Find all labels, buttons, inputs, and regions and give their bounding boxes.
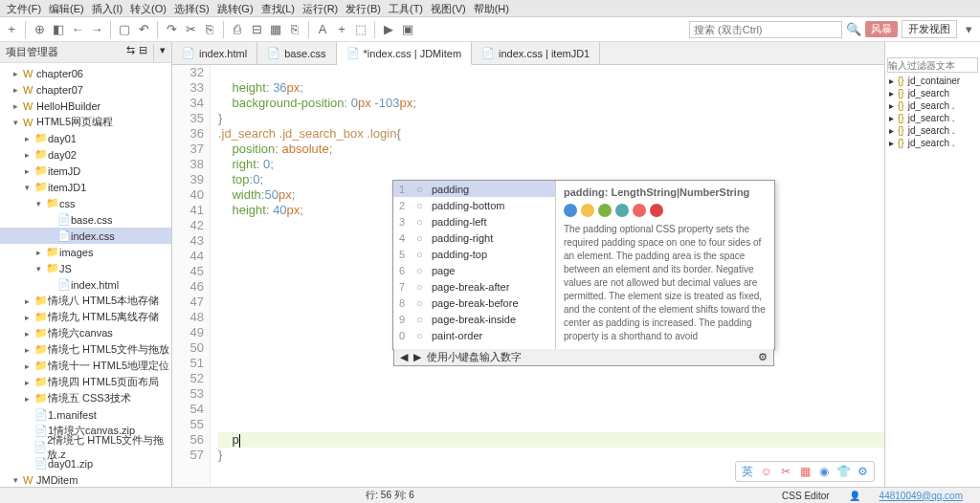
outline-item[interactable]: ▸{}jd_container	[885, 75, 980, 87]
menu-item[interactable]: 视图(V)	[428, 2, 469, 14]
editor-tab[interactable]: 📄*index.css | JDMitem	[337, 42, 473, 65]
outline-list: ▸{}jd_container▸{}jd_search▸{}jd_search …	[885, 75, 980, 149]
float-icon-1[interactable]: ☺	[759, 464, 774, 479]
tree-item[interactable]: ▸📁情境九 HTML5离线存储	[0, 309, 171, 325]
tree-item[interactable]: ▸📁itemJD	[0, 163, 171, 179]
tree-item[interactable]: ▸📁day01	[0, 130, 171, 146]
tree-item[interactable]: 📄index.html	[0, 276, 171, 293]
menu-item[interactable]: 编辑(E)	[46, 2, 87, 14]
menu-item[interactable]: 插入(I)	[89, 2, 125, 14]
toolbar-icon-16[interactable]: ⬚	[353, 22, 368, 37]
ac-item[interactable]: 7○page-break-after	[393, 278, 555, 295]
tree-item[interactable]: 📄2情境七 HTML5文件与拖放.z	[0, 439, 171, 455]
outline-item[interactable]: ▸{}jd_search .	[885, 99, 980, 112]
ac-item[interactable]: 3○padding-left	[393, 213, 555, 230]
tree-item[interactable]: ▾📁JS	[0, 260, 171, 276]
search-input[interactable]	[689, 21, 842, 38]
outline-item[interactable]: ▸{}jd_search .	[885, 137, 980, 149]
outline-filter[interactable]	[887, 57, 978, 73]
ac-item[interactable]: 9○page-break-inside	[393, 311, 555, 327]
menu-icon[interactable]: ▾	[160, 44, 166, 61]
tree-item[interactable]: ▾📁itemJD1	[0, 179, 171, 195]
menu-item[interactable]: 选择(S)	[171, 2, 212, 14]
toolbar-icon-6[interactable]: ↶	[136, 22, 151, 37]
float-icon-6[interactable]: ⚙	[855, 464, 870, 479]
link-icon[interactable]: ⇆	[126, 44, 135, 61]
toolbar-icon-1[interactable]: ⊕	[32, 22, 47, 37]
toolbar-icon-14[interactable]: A	[315, 22, 330, 37]
toolbar-icon-18[interactable]: ▣	[400, 22, 415, 37]
ac-item[interactable]: 0○paint-order	[393, 327, 555, 343]
menu-item[interactable]: 查找(L)	[258, 2, 298, 14]
collapse-icon[interactable]: ⊟	[139, 44, 147, 61]
tree-item[interactable]: ▸📁情境十一 HTML5地理定位	[0, 358, 171, 374]
toolbar-icon-8[interactable]: ✂	[183, 22, 198, 37]
ac-item[interactable]: 6○page	[393, 262, 555, 278]
user-email[interactable]: 44810049@qq.com	[870, 491, 972, 501]
menu-item[interactable]: 帮助(H)	[471, 2, 512, 14]
toolbar-icon-17[interactable]: ▶	[381, 22, 396, 37]
menu-item[interactable]: 发行(B)	[343, 2, 384, 14]
float-icon-5[interactable]: 👕	[835, 464, 851, 479]
tree-item[interactable]: ▸Wchapter07	[0, 81, 171, 98]
outline-item[interactable]: ▸{}jd_search	[885, 87, 980, 99]
toolbar-icon-9[interactable]: ⎘	[202, 22, 217, 37]
tree-item[interactable]: ▸📁情境四 HTML5页面布局	[0, 374, 171, 390]
search-icon[interactable]: 🔍	[846, 22, 861, 37]
ac-item[interactable]: 2○padding-bottom	[393, 197, 555, 213]
menu-item[interactable]: 文件(F)	[4, 2, 44, 14]
ac-item[interactable]: 8○page-break-before	[393, 295, 555, 311]
toolbar-icon-4[interactable]: →	[89, 22, 104, 37]
dropdown-icon[interactable]: ▾	[961, 22, 976, 37]
outline-panel: ▸{}jd_container▸{}jd_search▸{}jd_search …	[884, 42, 980, 487]
float-icon-4[interactable]: ◉	[816, 464, 832, 479]
menu-item[interactable]: 跳转(G)	[214, 2, 256, 14]
ac-item[interactable]: 5○padding-top	[393, 246, 555, 262]
next-icon[interactable]: ▶	[413, 351, 421, 363]
toolbar-icon-11[interactable]: ⊟	[249, 22, 264, 37]
toolbar-icon-0[interactable]: +	[4, 22, 19, 37]
autocomplete-list[interactable]: 1○padding2○padding-bottom3○padding-left4…	[393, 181, 556, 349]
tree-item[interactable]: ▸WHelloHBuilder	[0, 98, 171, 114]
float-icon-2[interactable]: ✂	[778, 464, 793, 479]
tree-item[interactable]: ▾WHTML5网页编程	[0, 114, 171, 130]
tree-item[interactable]: ▸📁day02	[0, 146, 171, 163]
toolbar-btn-1[interactable]: 风暴	[865, 21, 898, 37]
toolbar-btn-2[interactable]: 开发视图	[902, 20, 957, 38]
toolbar-icon-2[interactable]: ◧	[51, 22, 66, 37]
ac-item[interactable]: 1○padding	[393, 181, 555, 197]
float-icon-3[interactable]: ▦	[797, 464, 813, 479]
tree-item[interactable]: ▸📁images	[0, 244, 171, 260]
editor-tab[interactable]: 📄base.css	[257, 42, 336, 64]
ac-item[interactable]: 4○padding-right	[393, 230, 555, 246]
outline-item[interactable]: ▸{}jd_search .	[885, 112, 980, 124]
tree-item[interactable]: 📄index.css	[0, 228, 171, 244]
footer-hint: 使用小键盘输入数字	[427, 350, 522, 364]
editor-area: 📄index.html📄base.css📄*index.css | JDMite…	[172, 42, 884, 487]
toolbar-icon-10[interactable]: ⎙	[230, 22, 245, 37]
toolbar-icon-7[interactable]: ↷	[164, 22, 179, 37]
editor-tab[interactable]: 📄index.html	[172, 42, 257, 64]
tree-item[interactable]: 📄1.manifest	[0, 406, 171, 423]
tree-item[interactable]: ▸📁情境五 CSS3技术	[0, 390, 171, 406]
prev-icon[interactable]: ◀	[400, 351, 408, 363]
tree-item[interactable]: ▸Wchapter06	[0, 65, 171, 81]
tree-item[interactable]: ▸📁情境八 HTML5本地存储	[0, 293, 171, 309]
tree-item[interactable]: ▸📁情境六canvas	[0, 325, 171, 341]
menu-item[interactable]: 工具(T)	[386, 2, 426, 14]
float-icon-0[interactable]: 英	[740, 464, 755, 479]
toolbar-icon-15[interactable]: +	[334, 22, 349, 37]
toolbar-icon-5[interactable]: ▢	[117, 22, 132, 37]
toolbar-icon-13[interactable]: ⎘	[287, 22, 302, 37]
tree-item[interactable]: 📄base.css	[0, 211, 171, 228]
toolbar-icon-12[interactable]: ▦	[268, 22, 283, 37]
tree-item[interactable]: ▾WJMDitem	[0, 471, 171, 487]
tree-item[interactable]: ▸📁情境七 HTML5文件与拖放	[0, 341, 171, 358]
menu-item[interactable]: 转义(O)	[127, 2, 169, 14]
editor-tab[interactable]: 📄index.css | itemJD1	[472, 42, 600, 64]
outline-item[interactable]: ▸{}jd_search .	[885, 124, 980, 137]
gear-icon[interactable]: ⚙	[758, 351, 768, 363]
tree-item[interactable]: ▾📁css	[0, 195, 171, 211]
menu-item[interactable]: 运行(R)	[300, 2, 341, 14]
toolbar-icon-3[interactable]: ←	[70, 22, 85, 37]
